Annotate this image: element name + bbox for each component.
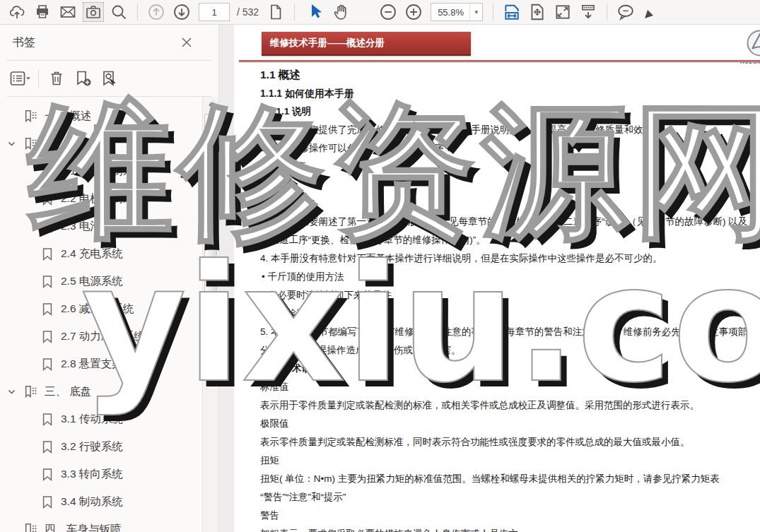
comment-bubble-icon: [616, 3, 636, 21]
chevron-down-icon[interactable]: [6, 386, 17, 398]
email-button[interactable]: [57, 2, 78, 22]
bookmark-icon: [39, 164, 56, 179]
document-line: • 一般检查: [260, 158, 760, 176]
search-button[interactable]: [108, 2, 129, 22]
scrollbar-thumb[interactable]: [204, 114, 217, 329]
bookmark-tree-item[interactable]: 2.7 动力冷却系统: [0, 323, 201, 350]
bookmarks-tree: 一、 概述 二、 动力系统: [0, 97, 201, 532]
bookmark-icon: [39, 274, 56, 290]
bookmark-label: 一、 概述: [45, 109, 91, 124]
document-line: • 千斤顶的使用方法: [260, 268, 760, 286]
email-icon: [59, 4, 77, 20]
toolbar-separator: [137, 4, 138, 20]
bookmark-icon: [39, 439, 56, 455]
document-line: 扭矩( 单位：N•m) 主要为扭紧力矩的标准值范围。当螺栓和螺母未提供相关的拧紧…: [260, 470, 760, 488]
bookmark-tree-item[interactable]: 3.4 制动系统: [0, 488, 201, 516]
chapter-bookmark-icon: [23, 109, 40, 124]
bookmark-tree-item[interactable]: 2.6 减速器系统: [0, 295, 201, 323]
bookmark-tree-item[interactable]: 3.3 转向系统: [0, 461, 201, 488]
bookmark-label: 2.3 电池组系统: [61, 219, 134, 234]
document-line: • 诊断: [260, 176, 760, 194]
bookmark-tree-item[interactable]: 3.1 传动系统: [0, 406, 201, 433]
add-bookmark-button[interactable]: [72, 69, 95, 88]
bookmark-tree-item[interactable]: 一、 概述: [0, 102, 201, 130]
bookmark-tree-item[interactable]: 2.2 电机控制系统: [0, 185, 201, 213]
hozon-emblem-icon: [746, 29, 760, 57]
document-line: 1.1.1.2 术语定义: [260, 360, 760, 378]
bookmark-label: 2.8 悬置支架系统: [61, 357, 145, 372]
document-line: 极限值: [260, 415, 760, 433]
select-tool-button[interactable]: [305, 2, 326, 22]
bookmark-tree-item[interactable]: 二、 动力系统: [0, 130, 201, 158]
zoom-out-button[interactable]: [378, 2, 399, 22]
next-page-button[interactable]: [171, 2, 192, 22]
search-icon: [110, 4, 127, 20]
delete-bookmark-button[interactable]: [45, 69, 68, 88]
bookmark-label: 2.7 动力冷却系统: [61, 329, 145, 344]
chevron-down-icon[interactable]: [6, 138, 17, 150]
document-line: 2. 常用维修操作可以分成如下 3 道主要工序：: [260, 139, 760, 158]
zoom-in-button[interactable]: [403, 2, 424, 22]
toolbar-separator: [38, 69, 39, 88]
zoom-level-value: 55.8%: [431, 7, 469, 18]
options-menu-icon: [10, 71, 31, 86]
hand-icon: [332, 3, 350, 21]
cloud-upload-button[interactable]: [6, 2, 28, 22]
toolbar-separator: [607, 4, 607, 20]
pdf-viewer-window: / 532: [0, 0, 760, 532]
page-number-input[interactable]: [199, 3, 230, 21]
print-button[interactable]: [32, 2, 53, 22]
bookmark-tree-item[interactable]: 2.4 充电系统: [0, 240, 201, 268]
document-line: 加粗表示，要求您采取必要的措施来避免人身伤害或人员伤亡。: [260, 525, 760, 532]
document-line: 警告: [260, 507, 760, 525]
bookmark-label: 3.2 行驶系统: [61, 439, 123, 454]
chapter-bookmark-icon: [23, 384, 40, 400]
scroll-up-icon[interactable]: ▲: [203, 97, 218, 111]
document-line: 1.1.1 如何使用本手册: [260, 84, 760, 102]
fit-page-icon: [528, 3, 546, 21]
bookmark-icon: [39, 357, 56, 372]
locate-bookmark-button[interactable]: [99, 69, 122, 88]
collapse-panel-icon[interactable]: [222, 302, 228, 312]
page-banner: 维修技术手册——概述分册: [262, 32, 471, 56]
document-line: “警告”“注意”和“提示”: [260, 488, 760, 507]
signature-button[interactable]: [641, 2, 662, 22]
bookmarks-header: 书签: [0, 25, 218, 60]
document-line: • 更换、检修: [260, 194, 760, 213]
bookmark-tree-item[interactable]: 2.1 整车控制系统: [0, 158, 201, 185]
close-icon: [180, 36, 193, 49]
fit-width-button[interactable]: [501, 2, 522, 22]
trash-icon: [48, 70, 65, 87]
actual-size-button[interactable]: [552, 2, 573, 22]
panel-splitter[interactable]: [219, 25, 234, 532]
sidebar-scrollbar[interactable]: ▲: [202, 97, 218, 532]
bookmark-tree-item[interactable]: 2.3 电池组系统: [0, 213, 201, 240]
comment-button[interactable]: [615, 2, 636, 22]
document-line: 3. 本手册主要阐述了第一道工序“一般检查”（见每章节的一般检查）、第二道工序“…: [260, 213, 755, 249]
hand-tool-button[interactable]: [330, 2, 351, 22]
bookmark-label: 2.6 减速器系统: [61, 302, 134, 317]
bookmark-icon: [39, 467, 56, 483]
document-line: 表示零件质量判定或装配检测标准，同时表示符合功能性或强度要求的零件或总成的最大值…: [260, 433, 760, 451]
page-view-button[interactable]: [265, 2, 286, 22]
bookmark-label: 四、车身与钣喷: [45, 522, 122, 532]
fit-page-button[interactable]: [527, 2, 548, 22]
snapshot-button[interactable]: [83, 2, 104, 22]
close-panel-button[interactable]: [179, 35, 194, 50]
bookmark-tree-item[interactable]: 3.2 行驶系统: [0, 433, 201, 461]
bookmark-label: 3.3 转向系统: [61, 467, 123, 482]
collapse-toolbar-button[interactable]: [578, 2, 599, 22]
locate-bookmark-icon: [101, 70, 119, 87]
bookmark-label: 2.4 充电系统: [61, 247, 123, 261]
previous-page-button[interactable]: [146, 2, 167, 22]
bookmark-tree-item[interactable]: 四、车身与钣喷: [0, 516, 201, 532]
bookmark-label: 3.1 传动系统: [61, 412, 123, 427]
bookmark-options-button[interactable]: [9, 69, 32, 88]
bookmark-tree-item[interactable]: 三、 底盘: [0, 378, 201, 406]
document-page: 维修技术手册——概述分册 HOZON AUTO 1.1 概述1.1.1 如何使用…: [234, 25, 760, 532]
bookmark-tree-item[interactable]: 2.8 悬置支架系统: [0, 350, 201, 378]
chevron-down-icon: ▼: [469, 4, 482, 20]
bookmark-tree-item[interactable]: 2.5 电源系统: [0, 268, 201, 295]
zoom-level-dropdown[interactable]: 55.8% ▼: [431, 3, 483, 21]
previous-page-icon: [147, 3, 165, 21]
